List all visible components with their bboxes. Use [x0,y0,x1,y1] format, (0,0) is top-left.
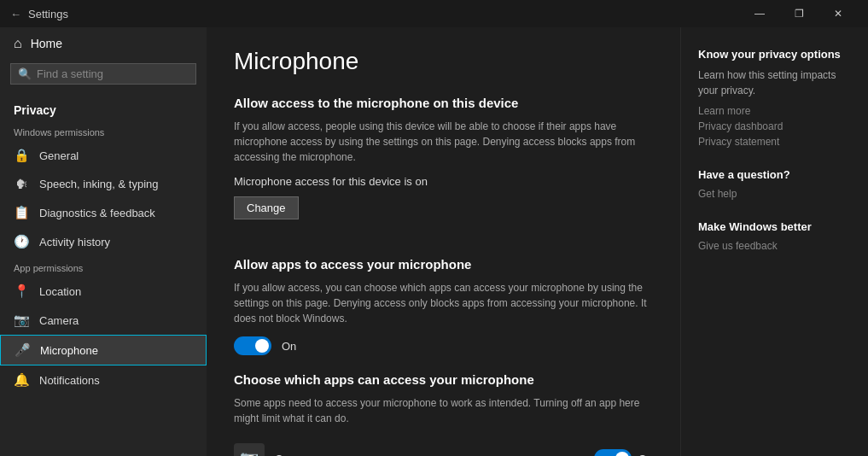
lock-icon: 🔒 [14,148,29,163]
rp-have-question: Have a question? Get help [698,168,851,200]
app-body: ⌂ Home 🔍 Privacy Windows permissions 🔒 G… [0,27,868,456]
section1-desc: If you allow access, people using this d… [234,119,653,165]
minimize-button[interactable]: — [740,0,779,27]
privacy-label: Privacy [0,93,207,120]
diagnostics-icon: 📋 [14,205,29,220]
back-button[interactable]: ← [10,8,21,20]
app-access-toggle-row: On [234,336,653,355]
sidebar-item-notifications[interactable]: 🔔 Notifications [0,365,207,395]
rp-question-title: Have a question? [698,168,851,181]
sidebar-item-camera[interactable]: 📷 Camera [0,306,207,335]
camera-toggle-knob [615,452,629,456]
windows-permissions-label: Windows permissions [0,120,207,141]
section3-title: Choose which apps can access your microp… [234,372,653,387]
home-icon: ⌂ [14,36,22,51]
title-bar: ← Settings — ❐ ✕ [0,0,868,27]
activity-icon: 🕐 [14,234,29,249]
section2-title: Allow apps to access your microphone [234,257,653,272]
app-access-section: Allow apps to access your microphone If … [234,257,653,355]
rp-windows-better-title: Make Windows better [698,220,851,233]
microphone-icon: 🎤 [15,342,30,358]
app-access-toggle[interactable] [234,336,271,355]
close-button[interactable]: ✕ [818,0,858,27]
camera-app-name: Camera [275,453,594,457]
rp-learn-more-link[interactable]: Learn more [698,105,851,117]
toggle-knob [255,339,269,353]
change-button[interactable]: Change [234,196,299,219]
home-label: Home [31,37,62,50]
sidebar: ⌂ Home 🔍 Privacy Windows permissions 🔒 G… [0,27,207,456]
sidebar-item-label: Camera [39,314,79,327]
search-box[interactable]: 🔍 [10,63,196,85]
sidebar-item-diagnostics[interactable]: 📋 Diagnostics & feedback [0,198,207,227]
sidebar-item-label: Speech, inking, & typing [39,178,158,190]
camera-app-icon: 📷 [234,443,265,456]
rp-make-windows-better: Make Windows better Give us feedback [698,220,851,252]
sidebar-item-label: Diagnostics & feedback [39,207,155,219]
device-status: Microphone access for this device is on [234,175,653,188]
sidebar-item-location[interactable]: 📍 Location [0,277,207,306]
section2-desc: If you allow access, you can choose whic… [234,280,653,326]
choose-apps-section: Choose which apps can access your microp… [234,372,653,456]
speech-icon: 🗣 [14,177,29,191]
right-panel: Know your privacy options Learn how this… [680,27,868,456]
maximize-button[interactable]: ❐ [779,0,818,27]
sidebar-item-microphone[interactable]: 🎤 Microphone [0,335,207,365]
section1-title: Allow access to the microphone on this d… [234,96,653,110]
rp-privacy-options: Know your privacy options Learn how this… [698,48,851,148]
sidebar-item-speech[interactable]: 🗣 Speech, inking, & typing [0,170,207,198]
rp-privacy-body: Learn how this setting impacts your priv… [698,67,851,98]
search-icon: 🔍 [18,67,32,80]
location-icon: 📍 [14,284,29,299]
app-permissions-label: App permissions [0,256,207,277]
rp-feedback-link[interactable]: Give us feedback [698,240,851,252]
app-access-toggle-label: On [282,340,296,353]
sidebar-item-label: Microphone [40,344,98,357]
rp-privacy-title: Know your privacy options [698,48,851,61]
sidebar-item-general[interactable]: 🔒 General [0,141,207,170]
camera-icon: 📷 [14,313,29,328]
app-title: Settings [28,8,740,20]
app-row-camera: 📷 Camera On [234,436,653,456]
sidebar-item-label: General [39,149,79,162]
camera-toggle-row: On [594,449,653,456]
sidebar-item-label: Activity history [39,236,110,248]
notifications-icon: 🔔 [14,372,29,388]
section3-desc: Some apps need to access your microphone… [234,395,653,426]
window-controls: — ❐ ✕ [740,0,858,27]
rp-get-help-link[interactable]: Get help [698,188,851,200]
camera-toggle-label: On [638,453,653,457]
page-title: Microphone [234,48,653,75]
sidebar-item-activity-history[interactable]: 🕐 Activity history [0,227,207,256]
main-content: Microphone Allow access to the microphon… [207,27,680,456]
sidebar-item-label: Notifications [39,374,100,387]
camera-toggle[interactable] [594,449,632,456]
rp-privacy-dashboard-link[interactable]: Privacy dashboard [698,120,851,132]
sidebar-item-label: Location [39,285,81,298]
device-access-section: Allow access to the microphone on this d… [234,96,653,240]
rp-privacy-statement-link[interactable]: Privacy statement [698,136,851,148]
sidebar-item-home[interactable]: ⌂ Home [0,27,207,60]
search-input[interactable] [37,67,189,80]
